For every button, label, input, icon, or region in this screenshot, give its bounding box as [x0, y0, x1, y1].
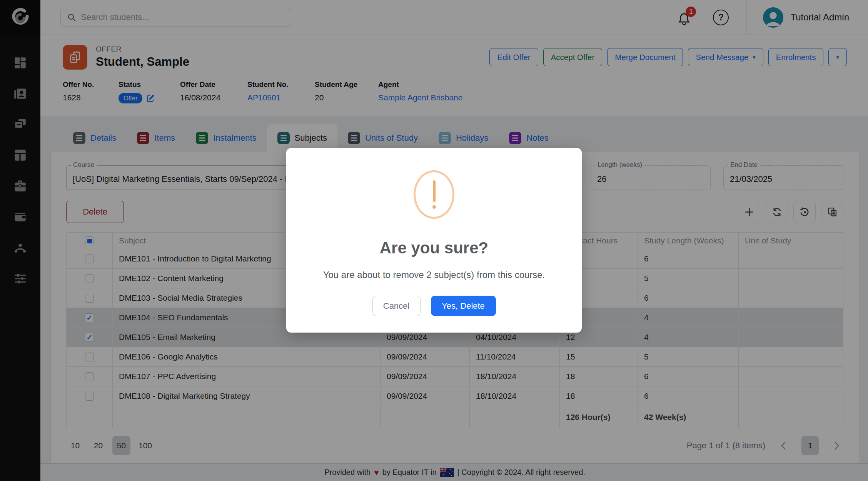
confirm-delete-dialog: Are you sure? You are about to remove 2 … — [286, 148, 582, 333]
dialog-message: You are about to remove 2 subject(s) fro… — [323, 270, 545, 280]
dialog-title: Are you sure? — [380, 239, 488, 257]
confirm-delete-button[interactable]: Yes, Delete — [431, 296, 496, 316]
cancel-button[interactable]: Cancel — [372, 296, 421, 316]
warning-icon — [414, 170, 454, 219]
